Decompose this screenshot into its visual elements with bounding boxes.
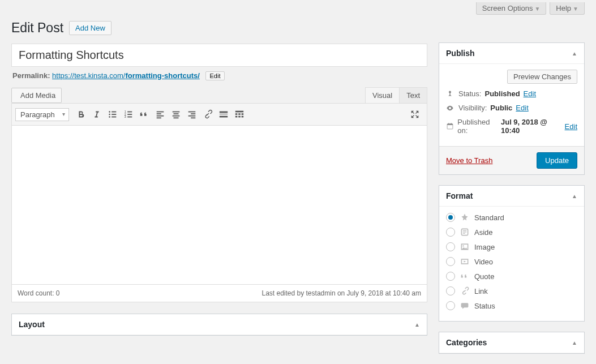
quote-icon bbox=[460, 271, 470, 281]
svg-rect-9 bbox=[127, 114, 132, 115]
word-count: Word count: 0 bbox=[18, 289, 60, 297]
format-option-label: Aside bbox=[474, 228, 493, 237]
bulleted-list-button[interactable] bbox=[105, 107, 120, 122]
format-option-link[interactable]: Link bbox=[446, 286, 577, 296]
toolbar-toggle-button[interactable] bbox=[232, 107, 247, 122]
editor-box: Paragraph 123 Word count: 0 Last edited … bbox=[11, 103, 427, 302]
svg-rect-41 bbox=[463, 233, 465, 234]
screen-options-button[interactable]: Screen Options▼ bbox=[476, 2, 547, 15]
chevron-up-icon: ▲ bbox=[572, 50, 577, 57]
svg-rect-22 bbox=[188, 115, 195, 117]
post-title-input[interactable] bbox=[11, 44, 427, 67]
editor-content[interactable] bbox=[12, 126, 427, 284]
radio-icon bbox=[446, 257, 455, 266]
radio-icon bbox=[446, 242, 455, 251]
link-button[interactable] bbox=[200, 107, 215, 122]
update-button[interactable]: Update bbox=[537, 152, 577, 169]
help-button[interactable]: Help▼ bbox=[550, 2, 585, 15]
svg-point-43 bbox=[462, 245, 464, 246]
chevron-up-icon: ▲ bbox=[572, 193, 577, 199]
format-option-image[interactable]: Image bbox=[446, 242, 577, 252]
fullscreen-button[interactable] bbox=[408, 107, 422, 122]
status-icon bbox=[460, 301, 470, 311]
format-option-video[interactable]: Video bbox=[446, 256, 577, 267]
numbered-list-button[interactable]: 123 bbox=[121, 107, 136, 122]
standard-icon bbox=[460, 212, 470, 222]
link-icon bbox=[460, 286, 470, 296]
align-left-button[interactable] bbox=[153, 107, 168, 122]
edit-visibility-link[interactable]: Edit bbox=[516, 104, 528, 112]
svg-rect-28 bbox=[235, 113, 238, 115]
svg-rect-14 bbox=[156, 115, 164, 117]
svg-rect-17 bbox=[173, 113, 178, 114]
format-option-status[interactable]: Status bbox=[446, 301, 577, 311]
last-edited: Last edited by testadmin on July 9, 2018… bbox=[261, 289, 421, 297]
svg-rect-35 bbox=[447, 124, 453, 125]
layout-box-header[interactable]: Layout ▲ bbox=[12, 314, 427, 335]
permalink-row: Permalink: https://test.kinsta.com/forma… bbox=[12, 71, 427, 80]
svg-rect-39 bbox=[463, 230, 466, 231]
svg-rect-20 bbox=[188, 112, 195, 113]
radio-icon bbox=[446, 228, 455, 237]
tab-text[interactable]: Text bbox=[399, 87, 427, 103]
radio-icon bbox=[446, 272, 455, 281]
layout-box: Layout ▲ bbox=[11, 314, 427, 336]
svg-point-0 bbox=[109, 111, 110, 113]
add-new-button[interactable]: Add New bbox=[69, 21, 112, 35]
format-option-label: Quote bbox=[474, 272, 494, 281]
blockquote-button[interactable] bbox=[137, 107, 152, 122]
pin-icon bbox=[446, 90, 455, 98]
read-more-button[interactable] bbox=[216, 107, 231, 122]
tab-visual[interactable]: Visual bbox=[365, 87, 400, 103]
edit-status-link[interactable]: Edit bbox=[524, 89, 536, 98]
svg-rect-13 bbox=[156, 113, 161, 114]
publish-box: Publish ▲ Preview Changes Status: Publis… bbox=[439, 42, 585, 175]
preview-changes-button[interactable]: Preview Changes bbox=[507, 70, 577, 84]
edit-permalink-button[interactable]: Edit bbox=[205, 71, 225, 80]
svg-rect-18 bbox=[172, 115, 179, 117]
svg-point-4 bbox=[109, 116, 110, 118]
svg-rect-31 bbox=[235, 116, 238, 118]
categories-box-header[interactable]: Categories ▲ bbox=[439, 332, 584, 353]
format-option-label: Link bbox=[474, 287, 488, 296]
radio-icon bbox=[446, 301, 455, 310]
format-box: Format ▲ StandardAsideImageVideoQuoteLin… bbox=[439, 185, 585, 322]
svg-rect-19 bbox=[173, 117, 178, 118]
align-center-button[interactable] bbox=[169, 107, 183, 122]
svg-rect-5 bbox=[112, 117, 116, 118]
svg-rect-40 bbox=[463, 232, 466, 232]
svg-rect-15 bbox=[156, 117, 161, 118]
svg-rect-33 bbox=[241, 116, 243, 118]
bold-button[interactable] bbox=[74, 107, 88, 122]
svg-rect-37 bbox=[451, 123, 451, 124]
permalink-link[interactable]: https://test.kinsta.com/formatting-short… bbox=[52, 71, 200, 80]
svg-rect-27 bbox=[235, 111, 243, 113]
svg-rect-32 bbox=[238, 116, 241, 118]
svg-point-2 bbox=[109, 114, 110, 115]
format-box-header[interactable]: Format ▲ bbox=[439, 186, 584, 207]
edit-date-link[interactable]: Edit bbox=[565, 122, 577, 131]
svg-rect-24 bbox=[220, 112, 228, 113]
format-option-label: Status bbox=[474, 302, 495, 310]
format-option-quote[interactable]: Quote bbox=[446, 271, 577, 281]
italic-button[interactable] bbox=[89, 107, 104, 122]
svg-rect-26 bbox=[220, 116, 228, 118]
svg-rect-7 bbox=[127, 112, 132, 113]
svg-rect-1 bbox=[112, 112, 116, 113]
format-option-aside[interactable]: Aside bbox=[446, 227, 577, 237]
svg-text:3: 3 bbox=[125, 115, 126, 118]
publish-box-header[interactable]: Publish ▲ bbox=[439, 43, 584, 64]
add-media-button[interactable]: Add Media bbox=[11, 88, 62, 103]
align-right-button[interactable] bbox=[185, 107, 199, 122]
chevron-up-icon: ▲ bbox=[572, 340, 577, 346]
radio-icon bbox=[446, 213, 455, 222]
video-icon bbox=[460, 256, 470, 267]
aside-icon bbox=[460, 227, 470, 237]
categories-box: Categories ▲ bbox=[439, 332, 585, 354]
format-option-label: Standard bbox=[474, 213, 504, 222]
move-to-trash-link[interactable]: Move to Trash bbox=[446, 156, 492, 165]
format-option-standard[interactable]: Standard bbox=[446, 212, 577, 222]
format-select[interactable]: Paragraph bbox=[15, 108, 69, 121]
svg-rect-16 bbox=[172, 112, 179, 113]
svg-rect-12 bbox=[156, 112, 164, 113]
